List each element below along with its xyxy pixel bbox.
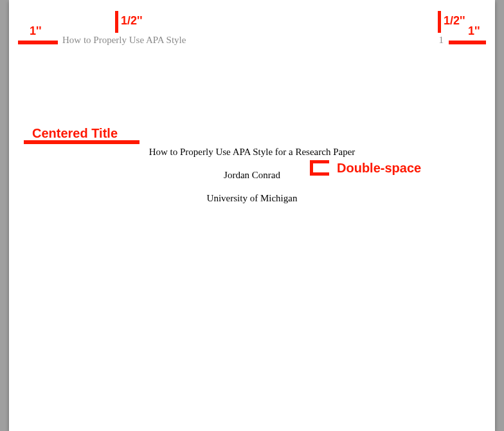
title-block: How to Properly Use APA Style for a Rese…	[9, 140, 495, 210]
annotation-left-margin-line	[18, 41, 58, 44]
annotation-left-margin-label: 1''	[30, 24, 42, 38]
paper-affiliation: University of Michigan	[9, 187, 495, 210]
annotation-centered-title-line	[24, 140, 140, 144]
document-page: How to Properly Use APA Style 1 How to P…	[9, 0, 495, 431]
paper-author: Jordan Conrad	[9, 163, 495, 187]
annotation-right-margin-label: 1''	[468, 24, 480, 38]
annotation-right-half-line	[438, 11, 441, 33]
page-number: 1	[439, 35, 444, 46]
annotation-double-space-bracket	[310, 160, 329, 176]
annotation-double-space-label: Double-space	[337, 161, 421, 176]
annotation-left-half-label: 1/2''	[121, 14, 143, 28]
annotation-left-half-line	[115, 11, 118, 33]
annotation-centered-title-label: Centered Title	[32, 126, 118, 141]
annotation-right-margin-line	[449, 41, 486, 44]
annotation-right-half-label: 1/2''	[444, 14, 465, 28]
running-head: How to Properly Use APA Style	[62, 35, 186, 46]
